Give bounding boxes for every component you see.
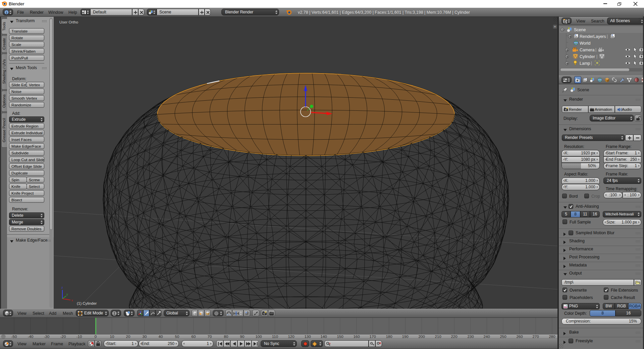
svg-text:x: x bbox=[71, 299, 73, 302]
svg-text:i: i bbox=[6, 10, 7, 14]
svg-text:y: y bbox=[66, 293, 68, 296]
svg-text:z: z bbox=[61, 286, 63, 289]
